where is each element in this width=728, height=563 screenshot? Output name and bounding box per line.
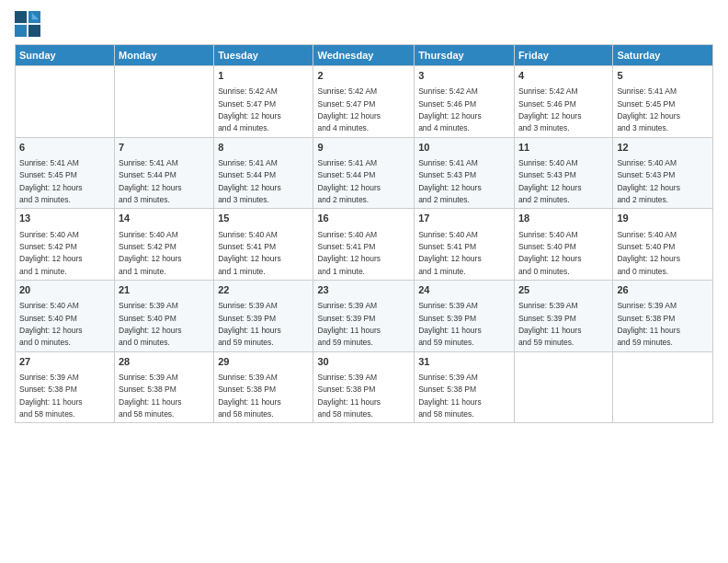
header-row: SundayMondayTuesdayWednesdayThursdayFrid… — [16, 45, 713, 66]
day-info: Sunrise: 5:40 AM Sunset: 5:41 PM Dayligh… — [418, 230, 482, 276]
day-cell: 28Sunrise: 5:39 AM Sunset: 5:38 PM Dayli… — [115, 351, 214, 423]
day-cell: 15Sunrise: 5:40 AM Sunset: 5:41 PM Dayli… — [214, 209, 313, 281]
svg-rect-0 — [15, 11, 27, 23]
day-number: 13 — [19, 212, 110, 225]
day-cell: 10Sunrise: 5:41 AM Sunset: 5:43 PM Dayli… — [415, 137, 515, 209]
col-header-monday: Monday — [115, 45, 214, 66]
day-number: 12 — [617, 141, 709, 155]
day-info: Sunrise: 5:39 AM Sunset: 5:40 PM Dayligh… — [119, 301, 182, 347]
day-cell: 11Sunrise: 5:40 AM Sunset: 5:43 PM Dayli… — [514, 137, 612, 209]
day-cell: 18Sunrise: 5:40 AM Sunset: 5:40 PM Dayli… — [514, 209, 612, 281]
logo-icon — [15, 11, 40, 37]
day-info: Sunrise: 5:40 AM Sunset: 5:40 PM Dayligh… — [19, 301, 83, 347]
day-cell — [514, 351, 612, 423]
day-info: Sunrise: 5:41 AM Sunset: 5:45 PM Dayligh… — [19, 158, 83, 204]
col-header-thursday: Thursday — [415, 45, 515, 66]
day-number: 2 — [317, 69, 410, 83]
day-number: 9 — [317, 141, 410, 155]
day-info: Sunrise: 5:39 AM Sunset: 5:39 PM Dayligh… — [317, 301, 381, 347]
day-cell: 16Sunrise: 5:40 AM Sunset: 5:41 PM Dayli… — [313, 209, 415, 281]
day-number: 25 — [518, 283, 609, 297]
day-info: Sunrise: 5:42 AM Sunset: 5:47 PM Dayligh… — [218, 86, 281, 132]
day-cell — [16, 66, 115, 138]
day-number: 27 — [19, 355, 110, 369]
day-cell: 7Sunrise: 5:41 AM Sunset: 5:44 PM Daylig… — [115, 137, 214, 209]
day-cell: 19Sunrise: 5:40 AM Sunset: 5:40 PM Dayli… — [613, 209, 713, 281]
page: SundayMondayTuesdayWednesdayThursdayFrid… — [0, 0, 728, 563]
day-cell: 26Sunrise: 5:39 AM Sunset: 5:38 PM Dayli… — [613, 280, 713, 351]
day-info: Sunrise: 5:41 AM Sunset: 5:43 PM Dayligh… — [418, 158, 482, 204]
day-cell: 21Sunrise: 5:39 AM Sunset: 5:40 PM Dayli… — [115, 280, 214, 351]
day-info: Sunrise: 5:42 AM Sunset: 5:47 PM Dayligh… — [317, 86, 381, 132]
day-info: Sunrise: 5:42 AM Sunset: 5:46 PM Dayligh… — [418, 86, 482, 132]
day-cell: 17Sunrise: 5:40 AM Sunset: 5:41 PM Dayli… — [415, 209, 515, 281]
day-info: Sunrise: 5:39 AM Sunset: 5:38 PM Dayligh… — [617, 301, 680, 347]
day-number: 29 — [218, 355, 309, 369]
day-info: Sunrise: 5:39 AM Sunset: 5:38 PM Dayligh… — [119, 373, 182, 419]
day-number: 30 — [317, 355, 410, 369]
day-cell: 20Sunrise: 5:40 AM Sunset: 5:40 PM Dayli… — [16, 280, 115, 351]
day-cell: 23Sunrise: 5:39 AM Sunset: 5:39 PM Dayli… — [313, 280, 415, 351]
day-number: 28 — [119, 355, 210, 369]
day-number: 5 — [617, 69, 709, 83]
day-info: Sunrise: 5:40 AM Sunset: 5:41 PM Dayligh… — [317, 230, 381, 276]
col-header-sunday: Sunday — [16, 45, 115, 66]
day-cell — [115, 66, 214, 138]
day-cell: 5Sunrise: 5:41 AM Sunset: 5:45 PM Daylig… — [613, 66, 713, 138]
day-number: 24 — [418, 283, 510, 297]
day-info: Sunrise: 5:40 AM Sunset: 5:41 PM Dayligh… — [218, 230, 281, 276]
day-cell: 22Sunrise: 5:39 AM Sunset: 5:39 PM Dayli… — [214, 280, 313, 351]
header — [15, 11, 713, 37]
day-cell: 27Sunrise: 5:39 AM Sunset: 5:38 PM Dayli… — [16, 351, 115, 423]
col-header-saturday: Saturday — [613, 45, 713, 66]
day-number: 6 — [19, 141, 110, 155]
day-cell: 12Sunrise: 5:40 AM Sunset: 5:43 PM Dayli… — [613, 137, 713, 209]
day-info: Sunrise: 5:40 AM Sunset: 5:40 PM Dayligh… — [518, 230, 582, 276]
day-info: Sunrise: 5:42 AM Sunset: 5:46 PM Dayligh… — [518, 86, 582, 132]
day-info: Sunrise: 5:39 AM Sunset: 5:38 PM Dayligh… — [218, 373, 281, 419]
day-info: Sunrise: 5:39 AM Sunset: 5:39 PM Dayligh… — [518, 301, 582, 347]
svg-rect-2 — [15, 25, 27, 37]
day-info: Sunrise: 5:40 AM Sunset: 5:43 PM Dayligh… — [518, 158, 582, 204]
week-row-5: 27Sunrise: 5:39 AM Sunset: 5:38 PM Dayli… — [16, 351, 713, 423]
day-number: 7 — [119, 141, 210, 155]
day-cell: 3Sunrise: 5:42 AM Sunset: 5:46 PM Daylig… — [415, 66, 515, 138]
day-number: 19 — [617, 212, 709, 225]
day-cell: 9Sunrise: 5:41 AM Sunset: 5:44 PM Daylig… — [313, 137, 415, 209]
svg-rect-3 — [28, 25, 40, 37]
col-header-wednesday: Wednesday — [313, 45, 415, 66]
day-number: 20 — [19, 283, 110, 297]
day-info: Sunrise: 5:41 AM Sunset: 5:44 PM Dayligh… — [218, 158, 281, 204]
logo — [15, 11, 42, 37]
week-row-2: 6Sunrise: 5:41 AM Sunset: 5:45 PM Daylig… — [16, 137, 713, 209]
day-cell: 14Sunrise: 5:40 AM Sunset: 5:42 PM Dayli… — [115, 209, 214, 281]
day-number: 15 — [218, 212, 309, 225]
day-number: 8 — [218, 141, 309, 155]
day-number: 10 — [418, 141, 510, 155]
day-number: 21 — [119, 283, 210, 297]
col-header-friday: Friday — [514, 45, 612, 66]
day-info: Sunrise: 5:41 AM Sunset: 5:45 PM Dayligh… — [617, 86, 680, 132]
day-number: 18 — [518, 212, 609, 225]
week-row-4: 20Sunrise: 5:40 AM Sunset: 5:40 PM Dayli… — [16, 280, 713, 351]
day-cell: 31Sunrise: 5:39 AM Sunset: 5:38 PM Dayli… — [415, 351, 515, 423]
day-cell: 1Sunrise: 5:42 AM Sunset: 5:47 PM Daylig… — [214, 66, 313, 138]
day-info: Sunrise: 5:40 AM Sunset: 5:43 PM Dayligh… — [617, 158, 680, 204]
day-info: Sunrise: 5:39 AM Sunset: 5:39 PM Dayligh… — [218, 301, 281, 347]
day-cell: 30Sunrise: 5:39 AM Sunset: 5:38 PM Dayli… — [313, 351, 415, 423]
day-number: 4 — [518, 69, 609, 83]
week-row-3: 13Sunrise: 5:40 AM Sunset: 5:42 PM Dayli… — [16, 209, 713, 281]
day-info: Sunrise: 5:40 AM Sunset: 5:42 PM Dayligh… — [19, 230, 83, 276]
day-info: Sunrise: 5:39 AM Sunset: 5:38 PM Dayligh… — [19, 373, 83, 419]
calendar-table: SundayMondayTuesdayWednesdayThursdayFrid… — [15, 44, 713, 423]
day-info: Sunrise: 5:39 AM Sunset: 5:39 PM Dayligh… — [418, 301, 482, 347]
day-number: 23 — [317, 283, 410, 297]
day-info: Sunrise: 5:39 AM Sunset: 5:38 PM Dayligh… — [418, 373, 482, 419]
col-header-tuesday: Tuesday — [214, 45, 313, 66]
day-info: Sunrise: 5:39 AM Sunset: 5:38 PM Dayligh… — [317, 373, 381, 419]
day-number: 1 — [218, 69, 309, 83]
day-cell: 8Sunrise: 5:41 AM Sunset: 5:44 PM Daylig… — [214, 137, 313, 209]
day-number: 3 — [418, 69, 510, 83]
day-cell: 25Sunrise: 5:39 AM Sunset: 5:39 PM Dayli… — [514, 280, 612, 351]
day-info: Sunrise: 5:41 AM Sunset: 5:44 PM Dayligh… — [317, 158, 381, 204]
